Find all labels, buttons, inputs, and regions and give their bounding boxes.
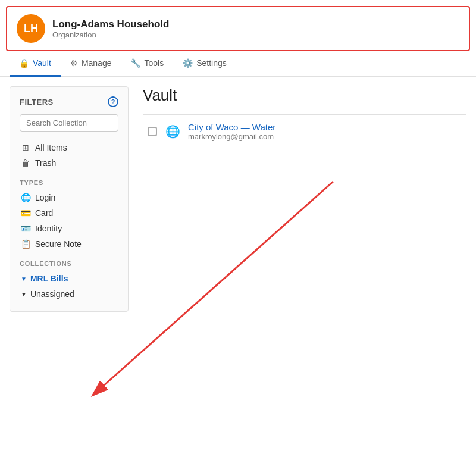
- collection-mrl-bills[interactable]: ▼ MRL Bills: [20, 271, 118, 286]
- tools-icon: 🔧: [130, 58, 140, 68]
- sidebar-item-card[interactable]: 💳 Card: [20, 205, 118, 221]
- sidebar-item-login[interactable]: 🌐 Login: [20, 190, 118, 205]
- sidebar-item-trash[interactable]: 🗑 Trash: [20, 155, 118, 171]
- trash-icon: 🗑: [21, 158, 30, 168]
- note-icon: 📋: [21, 239, 30, 249]
- manage-icon: ⚙: [70, 58, 78, 68]
- org-name: Long-Adams Household: [52, 18, 169, 30]
- settings-icon: ⚙️: [183, 58, 193, 68]
- filters-title: FILTERS: [20, 98, 54, 107]
- item-info: City of Waco — Water markroylong@gmail.c…: [188, 122, 275, 141]
- org-info: Long-Adams Household Organization: [52, 18, 169, 39]
- lock-icon: 🔒: [19, 58, 29, 68]
- sidebar-item-identity[interactable]: 🪪 Identity: [20, 221, 118, 236]
- collections-section-label: COLLECTIONS: [20, 260, 118, 267]
- tab-tools[interactable]: 🔧 Tools: [121, 51, 173, 77]
- item-checkbox[interactable]: [148, 127, 157, 136]
- tab-vault[interactable]: 🔒 Vault: [10, 51, 61, 77]
- item-username: markroylong@gmail.com: [188, 132, 275, 141]
- chevron-down-icon: ▼: [21, 276, 27, 282]
- main-content: FILTERS ? ⊞ All Items 🗑 Trash TYPES 🌐 Lo…: [0, 77, 476, 321]
- sidebar-item-secure-note[interactable]: 📋 Secure Note: [20, 236, 118, 252]
- filters-header: FILTERS ?: [20, 96, 118, 107]
- globe-icon: 🌐: [21, 193, 30, 202]
- grid-icon: ⊞: [21, 143, 30, 152]
- help-icon[interactable]: ?: [108, 96, 118, 107]
- org-header: LH Long-Adams Household Organization: [6, 6, 470, 51]
- item-name[interactable]: City of Waco — Water: [188, 122, 275, 132]
- vault-item: 🌐 City of Waco — Water markroylong@gmail…: [143, 114, 466, 148]
- item-globe-icon: 🌐: [164, 123, 181, 140]
- sidebar: FILTERS ? ⊞ All Items 🗑 Trash TYPES 🌐 Lo…: [10, 86, 129, 312]
- sidebar-item-all-items[interactable]: ⊞ All Items: [20, 140, 118, 155]
- chevron-right-icon: ▼: [21, 291, 27, 298]
- vault-content: Vault 🌐 City of Waco — Water markroylong…: [129, 86, 466, 312]
- vault-title: Vault: [143, 86, 466, 105]
- identity-icon: 🪪: [21, 224, 30, 233]
- org-type: Organization: [52, 30, 169, 39]
- tab-manage[interactable]: ⚙ Manage: [61, 51, 121, 77]
- tab-settings[interactable]: ⚙️ Settings: [173, 51, 236, 77]
- search-collection-input[interactable]: [20, 114, 118, 132]
- collection-unassigned[interactable]: ▼ Unassigned: [20, 286, 118, 302]
- nav-tabs: 🔒 Vault ⚙ Manage 🔧 Tools ⚙️ Settings: [0, 51, 476, 77]
- types-section-label: TYPES: [20, 179, 118, 186]
- card-icon: 💳: [21, 208, 30, 218]
- avatar: LH: [17, 14, 45, 43]
